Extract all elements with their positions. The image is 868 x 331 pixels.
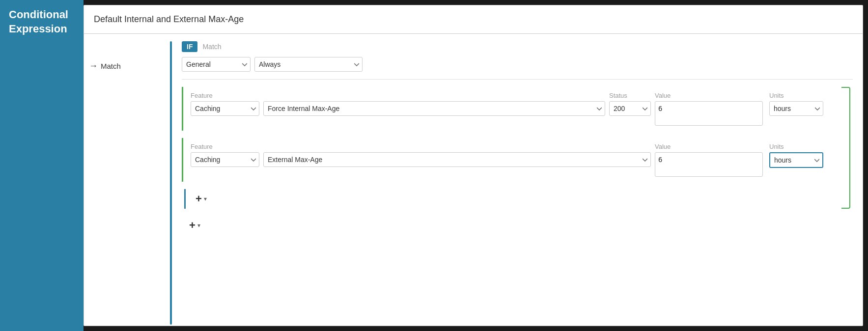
inner-section: IF Match General Always <box>170 34 863 325</box>
if-badge: IF <box>182 41 197 52</box>
feature-block-2-labels: Feature Value Units <box>191 143 826 152</box>
match-selects-row: General Always <box>182 57 853 80</box>
feature-block-1-labels: Feature Status Value Units <box>191 92 826 101</box>
status-select-1[interactable]: 200 <box>609 101 651 116</box>
caching-select-2[interactable]: Caching <box>191 152 259 167</box>
value-input-1[interactable]: 6 <box>655 101 763 126</box>
feature-select-2[interactable]: External Max-Age <box>263 152 651 167</box>
feature-block-1-inputs: Caching Force Internal Max-Age 200 6 <box>191 101 826 126</box>
right-content: IF Match General Always <box>182 41 863 325</box>
general-select[interactable]: General <box>182 57 251 72</box>
value-input-2[interactable]: 6 <box>655 152 763 177</box>
units-select-2[interactable]: hours <box>769 152 823 168</box>
feature-label-1: Feature <box>191 92 259 99</box>
units-label-2: Units <box>769 143 826 150</box>
main-panel: Default Internal and External Max-Age → … <box>84 5 863 326</box>
left-labels: → Match <box>84 61 170 71</box>
if-match-label: Match <box>202 43 221 51</box>
arrow-icon: → <box>89 61 98 71</box>
add-rule-section: + ▾ <box>182 216 853 235</box>
add-rule-chevron-icon: ▾ <box>197 222 200 229</box>
add-rule-plus-icon: + <box>189 219 196 232</box>
match-label: Match <box>101 62 121 70</box>
feature-block-2: Feature Value Units Caching <box>182 138 833 182</box>
always-select[interactable]: Always <box>254 57 363 72</box>
sidebar-conditional-expression: Conditional Expression <box>0 0 84 331</box>
if-header: IF Match <box>182 41 853 52</box>
add-feature-section: + ▾ <box>182 189 833 209</box>
add-plus-icon: + <box>196 193 202 205</box>
caching-select-1[interactable]: Caching <box>191 101 259 116</box>
features-bracket <box>841 87 850 209</box>
units-label-1: Units <box>769 92 826 99</box>
status-label-1: Status <box>609 92 651 99</box>
rule-title: Default Internal and External Max-Age <box>94 14 244 24</box>
feature-block-2-inputs: Caching External Max-Age 6 hours <box>191 152 826 177</box>
feature-label-2-empty <box>263 143 651 150</box>
feature-label-1-empty <box>263 92 605 99</box>
feature-block-1: Feature Status Value Units Caching <box>182 87 833 131</box>
vert-line-add <box>184 189 186 209</box>
add-rule-button[interactable]: + ▾ <box>184 216 205 235</box>
add-feature-button[interactable]: + ▾ <box>191 190 212 208</box>
add-chevron-icon: ▾ <box>204 195 207 202</box>
value-label-1: Value <box>655 92 765 99</box>
value-label-2: Value <box>655 143 765 150</box>
units-select-1[interactable]: hours <box>769 101 823 116</box>
blue-line <box>170 41 172 325</box>
title-bar: Default Internal and External Max-Age <box>84 5 863 34</box>
feature-select-1[interactable]: Force Internal Max-Age <box>263 101 605 116</box>
match-outer-label: → Match <box>89 61 121 71</box>
feature-label-2: Feature <box>191 143 259 150</box>
